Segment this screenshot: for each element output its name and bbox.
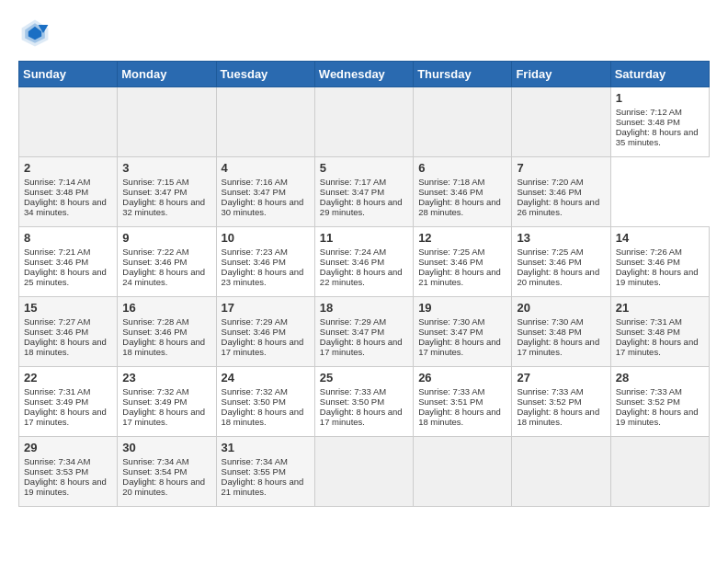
daylight: Daylight: 8 hours and 19 minutes. xyxy=(616,407,699,427)
daylight: Daylight: 8 hours and 20 minutes. xyxy=(122,477,205,497)
daylight: Daylight: 8 hours and 26 minutes. xyxy=(517,197,599,217)
sunrise: Sunrise: 7:23 AM xyxy=(222,247,288,257)
day-cell: 7Sunrise: 7:20 AMSunset: 3:46 PMDaylight… xyxy=(512,157,610,227)
day-cell: 16Sunrise: 7:28 AMSunset: 3:46 PMDayligh… xyxy=(118,297,216,367)
day-number: 13 xyxy=(517,231,605,245)
week-row-6: 29Sunrise: 7:34 AMSunset: 3:53 PMDayligh… xyxy=(19,437,710,507)
header-row: SundayMondayTuesdayWednesdayThursdayFrid… xyxy=(19,62,710,87)
col-header-wednesday: Wednesday xyxy=(314,62,413,87)
day-cell: 3Sunrise: 7:15 AMSunset: 3:47 PMDaylight… xyxy=(118,157,216,227)
day-cell: 29Sunrise: 7:34 AMSunset: 3:53 PMDayligh… xyxy=(19,437,118,507)
sunset: Sunset: 3:52 PM xyxy=(616,396,680,407)
day-cell: 17Sunrise: 7:29 AMSunset: 3:46 PMDayligh… xyxy=(216,297,314,367)
daylight: Daylight: 8 hours and 24 minutes. xyxy=(122,267,205,287)
day-number: 12 xyxy=(418,231,506,245)
sunset: Sunset: 3:50 PM xyxy=(222,396,286,407)
day-number: 8 xyxy=(24,231,112,245)
daylight: Daylight: 8 hours and 17 minutes. xyxy=(222,337,304,357)
day-number: 11 xyxy=(320,231,408,245)
day-cell xyxy=(610,437,709,507)
day-number: 29 xyxy=(24,441,112,454)
sunset: Sunset: 3:52 PM xyxy=(517,396,581,407)
sunrise: Sunrise: 7:25 AM xyxy=(517,247,583,257)
daylight: Daylight: 8 hours and 17 minutes. xyxy=(616,337,699,357)
day-cell: 18Sunrise: 7:29 AMSunset: 3:47 PMDayligh… xyxy=(314,297,413,367)
sunrise: Sunrise: 7:30 AM xyxy=(418,316,484,327)
col-header-saturday: Saturday xyxy=(610,62,709,87)
sunrise: Sunrise: 7:21 AM xyxy=(24,247,90,257)
day-cell xyxy=(118,87,216,157)
logo-icon xyxy=(18,17,51,50)
col-header-friday: Friday xyxy=(512,62,610,87)
page: SundayMondayTuesdayWednesdayThursdayFrid… xyxy=(0,0,728,516)
day-number: 28 xyxy=(616,371,704,385)
sunset: Sunset: 3:53 PM xyxy=(24,466,88,477)
daylight: Daylight: 8 hours and 28 minutes. xyxy=(418,197,501,217)
week-row-5: 22Sunrise: 7:31 AMSunset: 3:49 PMDayligh… xyxy=(19,367,710,437)
col-header-sunday: Sunday xyxy=(19,62,118,87)
day-cell: 13Sunrise: 7:25 AMSunset: 3:46 PMDayligh… xyxy=(512,227,610,297)
sunset: Sunset: 3:46 PM xyxy=(418,187,483,197)
week-row-3: 8Sunrise: 7:21 AMSunset: 3:46 PMDaylight… xyxy=(19,227,710,297)
day-cell: 24Sunrise: 7:32 AMSunset: 3:50 PMDayligh… xyxy=(216,367,314,437)
sunset: Sunset: 3:46 PM xyxy=(122,257,187,267)
sunset: Sunset: 3:47 PM xyxy=(320,187,384,197)
day-cell: 10Sunrise: 7:23 AMSunset: 3:46 PMDayligh… xyxy=(216,227,314,297)
sunset: Sunset: 3:47 PM xyxy=(418,327,483,337)
daylight: Daylight: 8 hours and 17 minutes. xyxy=(24,407,107,427)
sunrise: Sunrise: 7:28 AM xyxy=(122,316,188,327)
sunset: Sunset: 3:48 PM xyxy=(616,117,680,127)
day-cell: 11Sunrise: 7:24 AMSunset: 3:46 PMDayligh… xyxy=(314,227,413,297)
day-number: 19 xyxy=(418,301,506,315)
day-cell: 12Sunrise: 7:25 AMSunset: 3:46 PMDayligh… xyxy=(414,227,512,297)
day-cell xyxy=(314,87,413,157)
sunrise: Sunrise: 7:34 AM xyxy=(222,456,288,466)
sunrise: Sunrise: 7:25 AM xyxy=(418,247,484,257)
day-cell: 6Sunrise: 7:18 AMSunset: 3:46 PMDaylight… xyxy=(414,157,512,227)
daylight: Daylight: 8 hours and 34 minutes. xyxy=(24,197,107,217)
day-number: 10 xyxy=(222,231,310,245)
week-row-2: 2Sunrise: 7:14 AMSunset: 3:48 PMDaylight… xyxy=(19,157,710,227)
sunset: Sunset: 3:46 PM xyxy=(517,187,581,197)
day-cell: 8Sunrise: 7:21 AMSunset: 3:46 PMDaylight… xyxy=(19,227,118,297)
day-number: 22 xyxy=(24,371,112,385)
sunrise: Sunrise: 7:30 AM xyxy=(517,316,583,327)
daylight: Daylight: 8 hours and 35 minutes. xyxy=(616,127,699,147)
day-number: 2 xyxy=(24,161,112,175)
sunset: Sunset: 3:46 PM xyxy=(222,327,286,337)
header xyxy=(18,17,710,50)
day-cell: 15Sunrise: 7:27 AMSunset: 3:46 PMDayligh… xyxy=(19,297,118,367)
day-cell: 2Sunrise: 7:14 AMSunset: 3:48 PMDaylight… xyxy=(19,157,118,227)
day-number: 24 xyxy=(222,371,310,385)
day-cell: 31Sunrise: 7:34 AMSunset: 3:55 PMDayligh… xyxy=(216,437,314,507)
day-number: 4 xyxy=(222,161,310,175)
day-number: 30 xyxy=(122,441,210,454)
sunrise: Sunrise: 7:14 AM xyxy=(24,177,90,187)
day-cell xyxy=(512,437,610,507)
sunset: Sunset: 3:46 PM xyxy=(222,257,286,267)
day-number: 15 xyxy=(24,301,112,315)
sunset: Sunset: 3:46 PM xyxy=(24,327,88,337)
sunrise: Sunrise: 7:33 AM xyxy=(517,386,583,396)
day-number: 7 xyxy=(517,161,605,175)
sunrise: Sunrise: 7:17 AM xyxy=(320,177,386,187)
day-number: 23 xyxy=(122,371,210,385)
sunset: Sunset: 3:49 PM xyxy=(122,396,187,407)
daylight: Daylight: 8 hours and 20 minutes. xyxy=(517,267,599,287)
week-row-1: 1Sunrise: 7:12 AMSunset: 3:48 PMDaylight… xyxy=(19,87,710,157)
daylight: Daylight: 8 hours and 23 minutes. xyxy=(222,267,304,287)
day-cell: 22Sunrise: 7:31 AMSunset: 3:49 PMDayligh… xyxy=(19,367,118,437)
day-number: 26 xyxy=(418,371,506,385)
day-number: 18 xyxy=(320,301,408,315)
sunset: Sunset: 3:50 PM xyxy=(320,396,384,407)
day-cell: 20Sunrise: 7:30 AMSunset: 3:48 PMDayligh… xyxy=(512,297,610,367)
sunrise: Sunrise: 7:24 AM xyxy=(320,247,386,257)
col-header-monday: Monday xyxy=(118,62,216,87)
calendar-table: SundayMondayTuesdayWednesdayThursdayFrid… xyxy=(18,61,710,507)
day-cell xyxy=(414,437,512,507)
logo xyxy=(18,17,57,50)
sunrise: Sunrise: 7:33 AM xyxy=(320,386,386,396)
sunset: Sunset: 3:46 PM xyxy=(616,257,680,267)
day-cell: 4Sunrise: 7:16 AMSunset: 3:47 PMDaylight… xyxy=(216,157,314,227)
daylight: Daylight: 8 hours and 22 minutes. xyxy=(320,267,403,287)
